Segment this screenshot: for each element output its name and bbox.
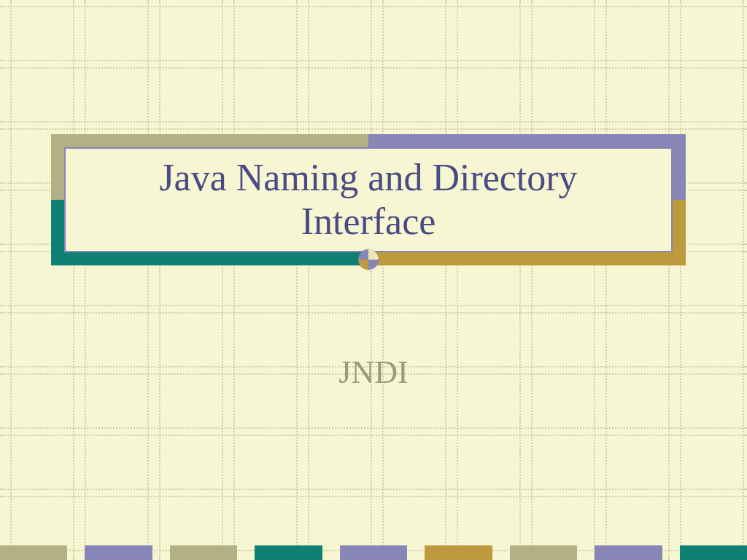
frame-border-left (51, 147, 64, 252)
slide-title: Java Naming and Directory Interface (88, 156, 649, 244)
frame-border-right (673, 147, 686, 252)
swatch (340, 545, 407, 560)
swatch (255, 545, 322, 560)
decorative-bauble-icon (358, 249, 379, 270)
swatch (85, 545, 152, 560)
slide-subtitle: JNDI (0, 354, 747, 391)
title-box: Java Naming and Directory Interface (64, 147, 673, 252)
swatch (510, 545, 577, 560)
swatch (595, 545, 662, 560)
swatch (425, 545, 492, 560)
frame-border-top (51, 134, 686, 147)
swatch (0, 545, 67, 560)
swatch (680, 545, 747, 560)
background-grid (0, 0, 747, 560)
title-frame: Java Naming and Directory Interface (51, 134, 686, 265)
footer-swatch-row (0, 545, 747, 560)
swatch (170, 545, 237, 560)
